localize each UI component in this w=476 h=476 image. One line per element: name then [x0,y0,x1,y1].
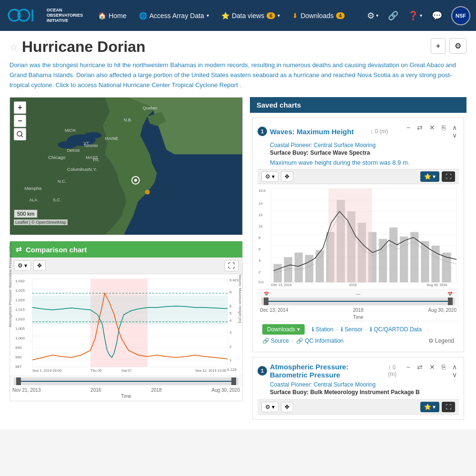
wave-station-link[interactable]: ℹ Station [312,326,333,333]
nav-data-views[interactable]: ⭐ Data views 6 ▾ [216,8,286,23]
nav-home[interactable]: 🏠 Home [92,8,132,23]
atmo-close-icon[interactable]: ✕ [427,362,437,379]
wave-settings-btn[interactable]: ⚙ ▾ [261,171,278,182]
slider-left-handle[interactable] [16,377,21,385]
svg-text:10: 10 [258,224,263,228]
wave-slider-left[interactable] [264,298,268,305]
wave-legend-btn[interactable]: ⚙ Legend [428,337,454,344]
page-title-row: ☆ Hurricane Dorian [10,38,431,56]
atmo-pan-btn[interactable]: ✥ [281,402,293,412]
comparison-chart-header: ⇄ Comparison chart [10,241,242,258]
atmo-star-btn[interactable]: ⭐ ▾ [420,402,439,412]
waves-subtitle: Coastal Pioneer: Central Surface Mooring [270,142,459,149]
page-title: Hurricane Dorian [22,38,146,56]
wave-chart-toolbar: ⚙ ▾ ✥ ⭐ ▾ ⛶ [258,169,459,184]
favorite-star-icon[interactable]: ☆ [10,41,18,53]
settings-small-icon: ⚙ [18,262,23,269]
svg-rect-86 [316,250,324,282]
svg-text:Memphis: Memphis [24,186,42,191]
wave-x-label: Time [258,314,459,321]
nav-items: 🏠 Home 🌐 Access Array Data ▾ ⭐ Data view… [92,8,364,23]
atmo-shuffle-icon[interactable]: ⇄ [415,362,425,379]
svg-text:2: 2 [258,270,260,274]
share-icon: 🔗 [388,10,398,21]
wave-slider-right[interactable] [448,298,453,305]
star-nav-icon: ⭐ [221,12,229,20]
brand-line1: OCEAN [47,8,83,13]
wave-pan-btn[interactable]: ✥ [281,171,293,182]
svg-rect-85 [305,255,313,283]
info-icon-station: ℹ [312,326,314,333]
zoom-reset-button[interactable] [14,128,26,140]
waves-minus-icon[interactable]: − [405,123,412,140]
wave-slider-line [266,301,450,302]
svg-text:0.0: 0.0 [258,280,264,284]
atmo-pan-icon: ✥ [285,404,289,410]
wave-star-btn[interactable]: ⭐ ▾ [420,171,439,182]
svg-text:4: 4 [258,258,261,263]
waves-expand-icon[interactable]: ∧∨ [450,123,459,140]
wave-star-dropdown-icon: ▾ [433,173,436,180]
atmo-export-icon[interactable]: ⎘ [440,362,447,379]
wave-qcinfo-link[interactable]: 🔗 QC Information [296,337,343,344]
zoom-out-button[interactable]: − [14,115,26,127]
svg-rect-95 [410,232,418,283]
wave-qc-link[interactable]: ℹ QC/QARTOD Data [370,326,422,333]
comparison-pan-btn[interactable]: ✥ [33,260,46,271]
nav-downloads[interactable]: ⬇ Downloads 4 [287,8,350,23]
svg-text:N.Y.: N.Y. [89,167,97,172]
svg-text:12: 12 [258,213,263,217]
info-icon-qc: ℹ [370,326,372,333]
brand-logo[interactable]: OCEAN OBSERVATORIES INITIATIVE [6,5,83,26]
nav-access-array[interactable]: 🌐 Access Array Data ▾ [133,8,215,23]
globe-icon: 🌐 [139,12,147,20]
wave-downloads-btn[interactable]: Downloads ▾ [262,324,305,335]
svg-text:Toronto: Toronto [84,144,98,149]
svg-text:16.0: 16.0 [258,188,266,193]
atmo-chart-title: Atmospheric Pressure: Barometric Pressur… [270,363,385,379]
content-grid: Chicago Columbus N.C. N.Y. MASS. VT. Mem… [10,97,466,422]
slider-right-handle[interactable] [231,377,236,385]
wave-qcinfo-label: QC Information [305,337,343,344]
svg-text:Thu 05: Thu 05 [90,368,101,372]
svg-text:PA.: PA. [93,158,99,162]
wave-sensor-link[interactable]: ℹ Sensor [341,326,363,333]
add-button[interactable]: + [431,38,446,54]
share-btn[interactable]: 🔗 [385,8,401,24]
time-slider[interactable] [10,376,242,387]
atmo-minus-icon[interactable]: − [405,362,412,379]
wave-slider-icon-right[interactable]: 📅 [447,292,453,297]
help-btn[interactable]: ❓ ▾ [405,8,425,24]
time-start: Nov 21, 2013 [12,387,41,393]
svg-text:6: 6 [229,304,232,308]
waves-shuffle-icon[interactable]: ⇄ [415,123,425,140]
wave-slider-icon-left[interactable]: 📅 [264,292,269,297]
zoom-in-button[interactable]: + [14,101,26,114]
svg-rect-93 [389,228,397,282]
page-settings-button[interactable]: ⚙ [449,38,466,54]
svg-text:1,032: 1,032 [15,279,25,283]
waves-close-icon[interactable]: ✕ [427,123,437,140]
comparison-settings-btn[interactable]: ⚙ ▾ [14,260,31,271]
wave-time-start: Dec 13, 2014 [260,307,288,313]
time-mid2: 2018 [151,387,161,393]
atmo-fullscreen-btn[interactable]: ⛶ [442,402,455,412]
svg-text:Chicago: Chicago [48,155,66,160]
slider-track-line [19,381,234,382]
wave-star-icon: ⭐ [424,173,431,180]
wave-source-link[interactable]: 🔗 Source [262,337,289,344]
gear-legend-icon: ⚙ [428,337,434,344]
brand-line3: INITIATIVE [47,18,83,23]
settings-btn[interactable]: ⚙ ▾ [364,8,381,24]
wave-station-label: Station [316,326,333,333]
svg-text:6: 6 [258,247,260,251]
wave-fullscreen-btn[interactable]: ⛶ [442,171,455,182]
waves-export-icon[interactable]: ⎘ [440,123,447,140]
svg-text:MICH.: MICH. [65,129,77,133]
atmo-expand-icon[interactable]: ∧∨ [450,362,459,379]
wave-time-slider[interactable]: 📅 — 📅 [258,289,459,307]
comparison-expand-btn[interactable]: ⛶ [224,260,238,271]
chat-btn[interactable]: 💬 [429,8,445,24]
svg-text:N.C.: N.C. [58,179,66,184]
atmo-settings-btn[interactable]: ⚙ ▾ [261,402,278,412]
